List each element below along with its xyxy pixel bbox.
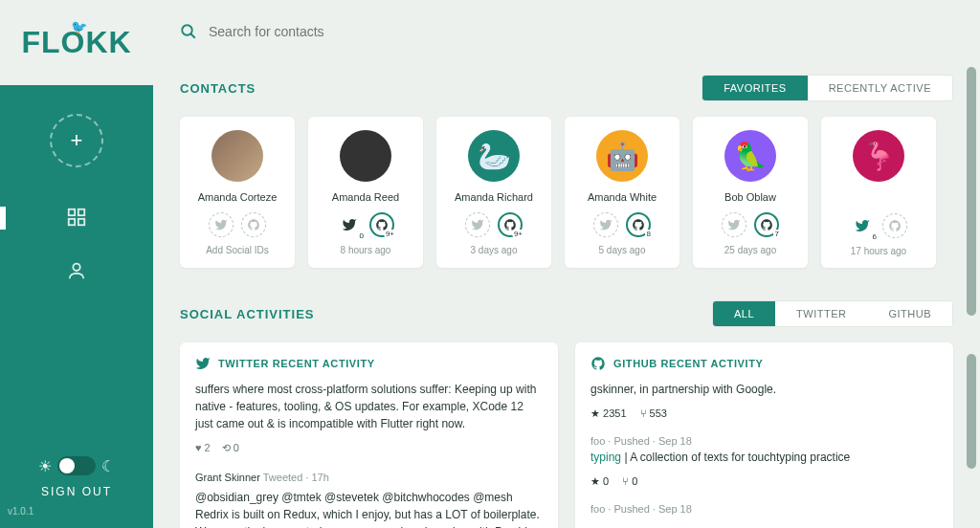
toggle-track[interactable] [57,456,96,475]
github-icon[interactable]: 9+ [369,212,394,237]
svg-point-5 [182,25,192,35]
profile-icon[interactable] [63,257,90,284]
add-contact-button[interactable]: + [50,114,103,167]
contact-meta: 5 days ago [599,245,646,255]
tab-twitter[interactable]: TWITTER [775,301,867,326]
contact-name: Bob Oblaw [724,191,776,203]
signout-button[interactable]: SIGN OUT [41,485,112,498]
count-badge: 7 [773,230,781,238]
github-stats: ★ 0 ⑂ 0 [590,475,938,488]
twitter-activity-title: TWITTER RECENT ACTIVITY [218,358,375,369]
tab-favorites[interactable]: FAVORITES [702,76,807,100]
avatar [212,130,263,182]
count-badge: 9+ [512,230,524,238]
contacts-title: CONTACTS [180,81,256,96]
github-icon[interactable] [882,213,907,238]
search-input[interactable] [209,24,457,39]
contact-card[interactable]: Amanda Corteze Add Social IDs [180,117,295,268]
activities-title: SOCIAL ACTIVITIES [180,307,315,321]
nav-section: + ☀ ☾ SIGN OUT v1.0.1 [0,85,153,528]
svg-rect-0 [69,209,75,215]
search-icon [180,23,197,40]
contact-meta: 3 days ago [471,245,518,255]
fork-icon: ⑂ 553 [640,407,667,420]
svg-rect-2 [69,219,75,225]
active-nav-marker [0,207,6,230]
star-icon: ★ 0 [590,475,609,488]
github-icon[interactable]: 7 [754,212,779,237]
tweet-byline: Grant Skinner Tweeted · 17h [195,472,543,483]
github-desc: gskinner, in partnership with Google. [590,381,938,398]
twitter-icon[interactable] [593,212,618,237]
github-event-meta: foo · Pushed · Sep 18 [590,435,938,447]
count-badge: 8 [645,230,653,238]
twitter-icon[interactable] [722,212,746,237]
twitter-icon[interactable]: 6 [850,213,875,238]
main-content: CONTACTS FAVORITES RECENTLY ACTIVE Amand… [153,0,980,528]
app-logo: FLOKK [21,25,131,60]
activities-toggle-group: ALL TWITTER GITHUB [712,300,953,327]
tab-github[interactable]: GITHUB [867,301,952,326]
tweet-meta: ♥ 2 ⟲ 0 [195,442,543,454]
svg-rect-1 [78,209,84,215]
activities-header: SOCIAL ACTIVITIES ALL TWITTER GITHUB [180,300,953,327]
twitter-icon[interactable] [465,212,490,237]
sidebar: FLOKK + ☀ ☾ SIGN OUT v1.0.1 [0,0,153,528]
svg-line-6 [190,33,195,38]
github-stats: ★ 2351 ⑂ 553 [590,407,938,420]
count-badge: 6 [871,232,879,241]
scrollbar[interactable] [967,354,976,469]
heart-icon[interactable]: ♥ 2 [195,442,211,454]
contact-meta[interactable]: Add Social IDs [206,245,269,255]
twitter-activity-card: TWITTER RECENT ACTIVITY suffers where mo… [180,342,558,528]
star-icon: ★ 2351 [590,407,627,420]
version-label: v1.0.1 [8,506,33,517]
sun-icon: ☀ [38,457,52,475]
contact-name: Amanda Corteze [198,191,278,203]
fork-icon: ⑂ 0 [622,475,637,488]
contacts-header: CONTACTS FAVORITES RECENTLY ACTIVE [180,75,953,101]
twitter-icon[interactable] [209,212,234,237]
twitter-icon [195,356,211,371]
contact-name: Amanda Richard [455,191,533,203]
tab-recently-active[interactable]: RECENTLY ACTIVE [808,76,952,100]
repo-link[interactable]: typing [590,451,621,464]
twitter-icon[interactable]: 0 [337,212,362,237]
contact-name: Amanda Reed [332,191,399,203]
github-event-meta: foo · Pushed · Sep 18 [590,503,938,515]
svg-rect-3 [78,219,84,225]
count-badge: 9+ [384,230,396,238]
contact-meta: 25 days ago [724,245,777,255]
contact-card[interactable]: 🤖 Amanda White 8 5 days ago [565,117,679,268]
count-badge: 0 [358,231,366,240]
avatar: 🦩 [853,130,904,182]
contact-name: Amanda White [588,191,657,203]
contact-card[interactable]: 🦜 Bob Oblaw 7 25 days ago [693,117,808,268]
contact-card[interactable]: 🦢 Amanda Richard 9+ 3 days ago [436,117,551,268]
github-icon[interactable]: 9+ [498,212,523,237]
search-row [180,23,953,40]
avatar [340,130,391,182]
dashboard-icon[interactable] [63,204,90,231]
github-activity-card: GITHUB RECENT ACTIVITY gskinner, in part… [575,342,953,528]
contact-meta: 8 hours ago [341,245,391,255]
avatar: 🦢 [468,130,520,182]
github-icon[interactable]: 8 [626,212,651,237]
svg-point-4 [73,264,79,271]
contact-card[interactable]: Amanda Reed 0 9+ 8 hours ago [308,117,423,268]
retweet-icon[interactable]: ⟲ 0 [222,442,239,454]
avatar: 🤖 [596,130,648,182]
tweet-body: suffers where most cross-platform soluti… [195,381,543,432]
tweet-body: @obsidian_grey @tmtek @stevetek @bitchwh… [195,489,543,528]
contacts-row: Amanda Corteze Add Social IDs Amanda Ree… [180,117,953,268]
tab-all[interactable]: ALL [713,301,775,326]
sidebar-bottom: ☀ ☾ SIGN OUT v1.0.1 [0,445,153,528]
theme-toggle[interactable]: ☀ ☾ [38,456,115,475]
avatar: 🦜 [724,130,776,182]
contacts-toggle-group: FAVORITES RECENTLY ACTIVE [702,75,953,101]
moon-icon: ☾ [101,457,115,475]
github-activity-title: GITHUB RECENT ACTIVITY [613,358,763,369]
contact-card[interactable]: 🦩 6 17 hours ago [821,117,936,268]
github-icon[interactable] [241,212,266,237]
scrollbar[interactable] [967,67,976,316]
